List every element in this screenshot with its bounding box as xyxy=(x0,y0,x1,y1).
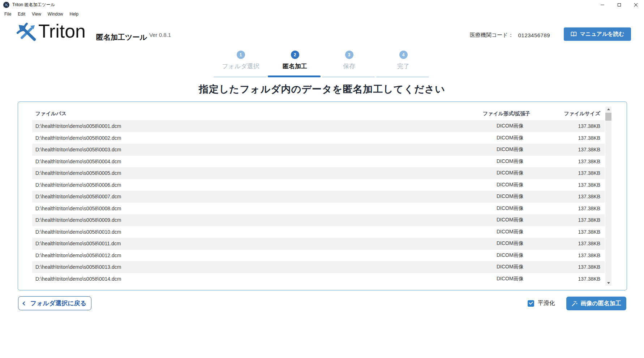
file-format-cell: DICOM画像 xyxy=(497,229,542,235)
anonymize-images-button[interactable]: 画像の匿名加工 xyxy=(566,297,626,310)
titlebar: Triton 匿名加工ツール xyxy=(0,0,644,10)
app-subtitle: 匿名加工ツール xyxy=(96,33,147,42)
file-path-cell: D:\health\triton\demo\s0058\0013.dcm xyxy=(32,264,497,270)
org-code: 医療機関コード： 0123456789 xyxy=(470,32,550,39)
file-path-cell: D:\health\triton\demo\s0058\0010.dcm xyxy=(32,229,497,235)
file-format-cell: DICOM画像 xyxy=(497,158,542,165)
arrow-up-icon xyxy=(607,108,610,110)
close-icon xyxy=(634,3,638,7)
org-code-value: 0123456789 xyxy=(518,32,550,38)
step-4-circle: 4 xyxy=(399,51,408,59)
file-size-cell: 137.38KB xyxy=(542,253,605,258)
column-header-format: ファイル形式/拡張子 xyxy=(483,111,530,117)
table-row: D:\health\triton\demo\s0058\0012.dcmDICO… xyxy=(32,250,605,262)
app-trident-icon xyxy=(4,3,8,7)
menu-window[interactable]: Window xyxy=(44,10,66,18)
file-size-cell: 137.38KB xyxy=(542,264,605,270)
app-icon xyxy=(3,2,9,8)
close-button[interactable] xyxy=(627,0,644,10)
table-header: ファイルパス ファイル形式/拡張子 ファイルサイズ xyxy=(32,111,605,117)
file-path-cell: D:\health\triton\demo\s0058\0007.dcm xyxy=(32,194,497,199)
table-row: D:\health\triton\demo\s0058\0008.dcmDICO… xyxy=(32,203,605,215)
back-to-folder-select-button[interactable]: フォルダ選択に戻る xyxy=(18,296,91,310)
file-size-cell: 137.38KB xyxy=(542,182,605,188)
file-size-cell: 137.38KB xyxy=(542,241,605,246)
menu-edit[interactable]: Edit xyxy=(14,10,29,18)
file-size-cell: 137.38KB xyxy=(542,147,605,152)
file-format-cell: DICOM画像 xyxy=(497,240,542,247)
menu-help[interactable]: Help xyxy=(66,10,82,18)
file-path-cell: D:\health\triton\demo\s0058\0003.dcm xyxy=(32,147,497,152)
file-size-cell: 137.38KB xyxy=(542,123,605,129)
file-format-cell: DICOM画像 xyxy=(497,146,542,153)
file-format-cell: DICOM画像 xyxy=(497,264,542,270)
table-row: D:\health\triton\demo\s0058\0007.dcmDICO… xyxy=(32,191,605,203)
file-format-cell: DICOM画像 xyxy=(497,205,542,212)
step-done: 4 完了 xyxy=(376,51,430,70)
table-scrollbar[interactable] xyxy=(605,107,611,286)
org-code-label: 医療機関コード： xyxy=(470,32,514,39)
arrow-down-icon xyxy=(607,282,610,284)
smoothing-checkbox[interactable] xyxy=(528,300,534,307)
file-path-cell: D:\health\triton\demo\s0058\0002.dcm xyxy=(32,135,497,141)
menu-file[interactable]: File xyxy=(1,10,14,18)
file-size-cell: 137.38KB xyxy=(542,206,605,211)
step-3-label: 保存 xyxy=(322,62,376,70)
file-path-cell: D:\health\triton\demo\s0058\0011.dcm xyxy=(32,241,497,246)
menubar: File Edit View Window Help xyxy=(0,10,82,18)
table-row: D:\health\triton\demo\s0058\0009.dcmDICO… xyxy=(32,214,605,226)
version-label: Ver 0.8.1 xyxy=(149,32,171,38)
table-row: D:\health\triton\demo\s0058\0010.dcmDICO… xyxy=(32,226,605,238)
column-header-size: ファイルサイズ xyxy=(546,111,600,117)
step-anonymize: 2 匿名加工 xyxy=(268,51,322,70)
step-3-underline xyxy=(322,77,375,77)
file-format-cell: DICOM画像 xyxy=(497,123,542,129)
file-size-cell: 137.38KB xyxy=(542,217,605,223)
scrollbar-thumb[interactable] xyxy=(605,113,611,121)
table-row: D:\health\triton\demo\s0058\0004.dcmDICO… xyxy=(32,156,605,168)
table-row: D:\health\triton\demo\s0058\0014.dcmDICO… xyxy=(32,273,605,285)
file-size-cell: 137.38KB xyxy=(542,194,605,199)
step-folder-select: 1 フォルダ選択 xyxy=(214,51,268,70)
table-row: D:\health\triton\demo\s0058\0011.dcmDICO… xyxy=(32,238,605,250)
step-3-circle: 3 xyxy=(345,51,353,59)
page-instruction: 指定したフォルダ内のデータを匿名加工してください xyxy=(0,83,644,96)
file-path-cell: D:\health\triton\demo\s0058\0006.dcm xyxy=(32,182,497,188)
step-2-label: 匿名加工 xyxy=(268,62,322,70)
scroll-up-arrow[interactable] xyxy=(605,107,611,112)
step-indicator: 1 フォルダ選択 2 匿名加工 3 保存 4 完了 xyxy=(214,51,430,70)
file-table: ファイルパス ファイル形式/拡張子 ファイルサイズ D:\health\trit… xyxy=(18,102,627,290)
file-format-cell: DICOM画像 xyxy=(497,217,542,223)
read-manual-label: マニュアルを読む xyxy=(580,31,624,38)
read-manual-button[interactable]: マニュアルを読む xyxy=(564,27,631,41)
menu-view[interactable]: View xyxy=(29,10,44,18)
table-row: D:\health\triton\demo\s0058\0013.dcmDICO… xyxy=(32,261,605,273)
window-title: Triton 匿名加工ツール xyxy=(12,2,55,8)
window-controls xyxy=(594,0,644,10)
brand-wordmark: Triton xyxy=(38,20,86,42)
file-size-cell: 137.38KB xyxy=(542,276,605,282)
file-format-cell: DICOM画像 xyxy=(497,252,542,259)
column-header-path: ファイルパス xyxy=(35,111,66,117)
triton-logo-icon xyxy=(16,22,38,44)
step-4-underline xyxy=(376,77,429,77)
maximize-button[interactable] xyxy=(611,0,627,10)
table-row: D:\health\triton\demo\s0058\0005.dcmDICO… xyxy=(32,167,605,179)
step-2-underline xyxy=(268,76,321,77)
file-size-cell: 137.38KB xyxy=(542,159,605,164)
file-format-cell: DICOM画像 xyxy=(497,182,542,188)
scroll-down-arrow[interactable] xyxy=(605,280,611,286)
table-row: D:\health\triton\demo\s0058\0003.dcmDICO… xyxy=(32,144,605,156)
smoothing-option: 平滑化 xyxy=(528,299,555,307)
file-format-cell: DICOM画像 xyxy=(497,135,542,141)
step-1-label: フォルダ選択 xyxy=(214,62,268,70)
table-row: D:\health\triton\demo\s0058\0001.dcmDICO… xyxy=(32,120,605,132)
anonymize-button-label: 画像の匿名加工 xyxy=(580,300,621,307)
file-size-cell: 137.38KB xyxy=(542,229,605,235)
file-path-cell: D:\health\triton\demo\s0058\0009.dcm xyxy=(32,217,497,223)
file-path-cell: D:\health\triton\demo\s0058\0008.dcm xyxy=(32,206,497,211)
file-format-cell: DICOM画像 xyxy=(497,170,542,176)
file-size-cell: 137.38KB xyxy=(542,135,605,141)
minimize-button[interactable] xyxy=(594,0,611,10)
step-2-circle: 2 xyxy=(291,51,299,59)
